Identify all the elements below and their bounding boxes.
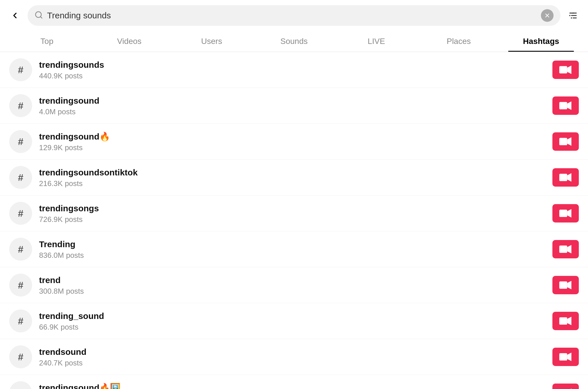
svg-marker-27 — [567, 353, 572, 361]
svg-marker-23 — [567, 281, 572, 289]
list-item[interactable]: # trending_sound 66.9K posts — [0, 303, 588, 339]
tab-sounds[interactable]: Sounds — [253, 31, 335, 52]
list-item[interactable]: # trendingsound🔥 129.9K posts — [0, 124, 588, 160]
list-item[interactable]: # trendsound 240.7K posts — [0, 339, 588, 375]
hashtag-icon: # — [9, 166, 32, 189]
tab-top[interactable]: Top — [6, 31, 88, 52]
svg-marker-25 — [567, 317, 572, 325]
svg-marker-19 — [567, 209, 572, 217]
video-camera-icon — [559, 316, 572, 326]
svg-rect-12 — [559, 102, 567, 109]
search-bar-container — [0, 0, 588, 31]
video-button[interactable] — [552, 168, 579, 187]
video-button[interactable] — [552, 348, 579, 366]
result-info: trendsound 240.7K posts — [39, 346, 552, 367]
svg-marker-21 — [567, 245, 572, 253]
result-info: trending_sound 66.9K posts — [39, 310, 552, 332]
result-subtitle: 440.9K posts — [39, 71, 552, 80]
video-button[interactable] — [552, 96, 579, 115]
svg-point-7 — [569, 15, 570, 16]
search-icon — [34, 11, 43, 20]
video-button[interactable] — [552, 240, 579, 258]
result-subtitle: 66.9K posts — [39, 323, 552, 332]
video-camera-icon — [559, 209, 572, 218]
hashtag-icon: # — [9, 202, 32, 225]
tab-videos[interactable]: Videos — [88, 31, 171, 52]
clear-button[interactable] — [541, 9, 554, 22]
result-title: trendingsound🔥 — [39, 131, 552, 142]
svg-marker-15 — [567, 137, 572, 146]
video-camera-icon — [559, 352, 572, 361]
result-info: trendingsoundsontiktok 216.3K posts — [39, 167, 552, 188]
back-button[interactable] — [7, 7, 23, 24]
video-camera-icon — [559, 101, 572, 110]
hashtag-icon: # — [9, 238, 32, 261]
result-title: trendingsounds — [39, 59, 552, 70]
svg-rect-22 — [559, 281, 567, 289]
result-title: trendsound — [39, 346, 552, 357]
video-button[interactable] — [552, 61, 579, 79]
svg-rect-16 — [559, 174, 567, 181]
svg-rect-18 — [559, 210, 567, 217]
result-subtitle: 300.8M posts — [39, 287, 552, 296]
hashtag-icon: # — [9, 274, 32, 297]
result-info: trendingsongs 726.9K posts — [39, 203, 552, 224]
result-title: trendingsound🔥🖼️ — [39, 382, 552, 389]
hashtag-icon: # — [9, 345, 32, 368]
result-subtitle: 4.0M posts — [39, 107, 552, 116]
result-title: trend — [39, 274, 552, 286]
svg-line-1 — [40, 17, 42, 18]
video-camera-icon — [559, 173, 572, 182]
svg-point-8 — [571, 17, 572, 18]
result-subtitle: 836.0M posts — [39, 251, 552, 260]
result-info: trendingsound 4.0M posts — [39, 95, 552, 116]
tab-live[interactable]: LIVE — [335, 31, 417, 52]
svg-marker-13 — [567, 101, 572, 110]
hashtag-icon: # — [9, 130, 32, 153]
result-info: trendingsound🔥 129.9K posts — [39, 131, 552, 152]
svg-point-9 — [572, 12, 574, 13]
video-button[interactable] — [552, 132, 579, 151]
svg-rect-24 — [559, 317, 567, 325]
list-item[interactable]: # trendingsoundsontiktok 216.3K posts — [0, 160, 588, 196]
video-button[interactable] — [552, 312, 579, 330]
svg-rect-10 — [559, 66, 567, 73]
list-item[interactable]: # trendingsounds 440.9K posts — [0, 52, 588, 88]
svg-marker-11 — [567, 65, 572, 74]
result-title: Trending — [39, 239, 552, 250]
svg-marker-17 — [567, 173, 572, 181]
svg-rect-26 — [559, 353, 567, 361]
list-item[interactable]: # Trending 836.0M posts — [0, 231, 588, 267]
result-info: trendingsounds 440.9K posts — [39, 59, 552, 80]
video-button[interactable] — [552, 204, 579, 222]
tab-hashtags[interactable]: Hashtags — [500, 31, 582, 52]
result-subtitle: 726.9K posts — [39, 215, 552, 224]
tab-users[interactable]: Users — [171, 31, 253, 52]
result-title: trendingsongs — [39, 203, 552, 214]
list-item[interactable]: # trendingsound 4.0M posts — [0, 88, 588, 124]
result-title: trendingsoundsontiktok — [39, 167, 552, 178]
result-info: trend 300.8M posts — [39, 274, 552, 296]
hashtag-icon: # — [9, 58, 32, 81]
list-item[interactable]: # trendingsound🔥🖼️ 1118 posts — [0, 375, 588, 389]
result-info: Trending 836.0M posts — [39, 239, 552, 260]
video-camera-icon — [559, 137, 572, 146]
video-button[interactable] — [552, 276, 579, 294]
video-button[interactable] — [552, 384, 579, 389]
result-title: trendingsound — [39, 95, 552, 106]
video-camera-icon — [559, 280, 572, 290]
svg-rect-20 — [559, 245, 567, 253]
result-info: trendingsound🔥🖼️ 1118 posts — [39, 382, 552, 389]
video-camera-icon — [559, 65, 572, 74]
video-camera-icon — [559, 245, 572, 254]
search-input[interactable] — [47, 11, 537, 20]
list-item[interactable]: # trend 300.8M posts — [0, 267, 588, 303]
tab-places[interactable]: Places — [417, 31, 500, 52]
hashtag-icon: # — [9, 309, 32, 332]
hashtag-icon: # — [9, 381, 32, 389]
list-item[interactable]: # trendingsongs 726.9K posts — [0, 196, 588, 231]
filter-button[interactable] — [565, 7, 581, 24]
result-subtitle: 216.3K posts — [39, 179, 552, 188]
result-subtitle: 129.9K posts — [39, 143, 552, 152]
hashtag-icon: # — [9, 94, 32, 117]
